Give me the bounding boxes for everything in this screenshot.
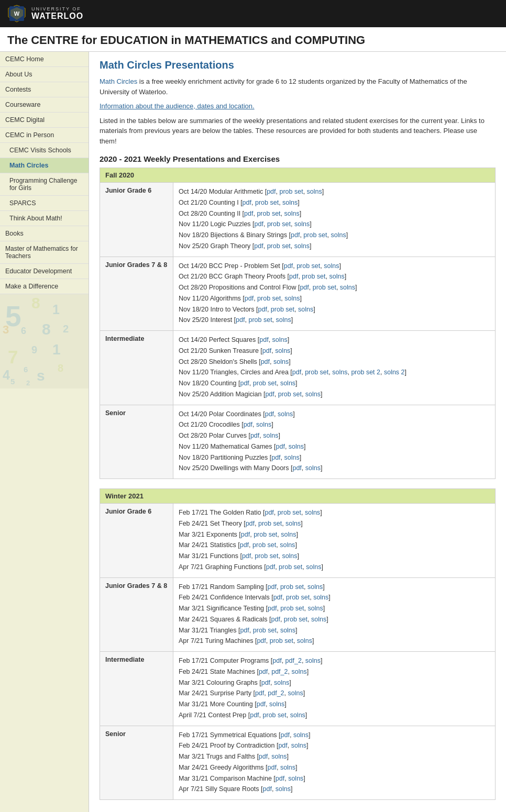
solns-link[interactable]: solns xyxy=(273,358,289,365)
pdf-link[interactable]: pdf xyxy=(265,391,274,398)
solns-link[interactable]: solns xyxy=(271,753,287,760)
probset-link[interactable]: prob set xyxy=(284,616,307,623)
sidebar-item-contests[interactable]: Contests xyxy=(0,82,89,97)
pdf-link[interactable]: pdf xyxy=(259,753,268,760)
solns-link[interactable]: solns xyxy=(324,262,339,270)
solns-link[interactable]: solns xyxy=(307,583,323,591)
solns-link[interactable]: solns xyxy=(256,421,271,428)
pdf-link[interactable]: pdf xyxy=(257,637,266,644)
pdf-link[interactable]: pdf xyxy=(240,627,249,634)
solns-link[interactable]: solns xyxy=(282,199,298,206)
probset-link[interactable]: prob set xyxy=(257,210,280,217)
solns-link[interactable]: solns xyxy=(284,454,300,461)
solns-link[interactable]: solns xyxy=(289,443,304,450)
pdf-link[interactable]: pdf xyxy=(261,679,270,686)
pdf-link[interactable]: pdf xyxy=(258,306,267,313)
probset-link[interactable]: prob set xyxy=(313,284,336,291)
sidebar-item-cemc-in-person[interactable]: CEMC in Person xyxy=(0,128,89,143)
sidebar-item-sparcs[interactable]: SPARCS xyxy=(0,196,89,211)
pdf-link[interactable]: pdf xyxy=(289,273,298,280)
pdf-link[interactable]: pdf xyxy=(268,764,277,771)
pdf-link[interactable]: pdf xyxy=(278,742,287,749)
probset-link[interactable]: prob set xyxy=(255,199,279,206)
solns-link[interactable]: solns xyxy=(272,336,288,343)
solns-link[interactable]: solns xyxy=(276,785,291,793)
sidebar-item-books[interactable]: Books xyxy=(0,226,89,241)
pdf-link[interactable]: pdf xyxy=(245,295,254,302)
solns-link[interactable]: solns xyxy=(284,210,300,217)
sidebar-item-math-circles[interactable]: Math Circles xyxy=(0,158,89,173)
probset-link[interactable]: prob set xyxy=(253,380,277,387)
solns-link[interactable]: solns xyxy=(331,231,346,239)
probset-link[interactable]: prob set xyxy=(303,231,327,239)
sidebar-item-cemc-digital[interactable]: CEMC Digital xyxy=(0,113,89,128)
solns-link[interactable]: solns xyxy=(329,273,344,280)
probset-link[interactable]: prob set xyxy=(279,563,302,571)
solns-link[interactable]: solns xyxy=(285,520,301,527)
pdf-link[interactable]: pdf xyxy=(241,531,250,538)
pdf-link[interactable]: pdf xyxy=(257,700,266,708)
probset-link[interactable]: prob set xyxy=(252,541,276,549)
solns-link[interactable]: solns xyxy=(294,220,310,228)
pdf-link[interactable]: pdf xyxy=(276,443,285,450)
sidebar-item-cemc-home[interactable]: CEMC Home xyxy=(0,52,89,67)
pdf-link[interactable]: pdf xyxy=(244,421,252,428)
pdf-link[interactable]: pdf xyxy=(292,369,301,376)
probset-link[interactable]: prob set xyxy=(270,637,293,644)
probset2-link[interactable]: prob set 2 xyxy=(351,369,380,376)
probset-link[interactable]: prob set xyxy=(267,242,291,250)
solns-link[interactable]: solns xyxy=(291,742,306,749)
probset-link[interactable]: prob set xyxy=(280,605,304,612)
solns-link[interactable]: solns xyxy=(307,605,323,612)
solns-link[interactable]: solns xyxy=(281,531,296,538)
solns-link[interactable]: solns xyxy=(280,627,295,634)
solns-link[interactable]: solns xyxy=(282,552,297,560)
solns2-link[interactable]: solns 2 xyxy=(384,369,405,376)
pdf-link[interactable]: pdf xyxy=(271,616,280,623)
solns-link[interactable]: solns xyxy=(313,594,328,601)
solns-link[interactable]: solns xyxy=(280,764,295,771)
probset-link[interactable]: prob set xyxy=(253,627,277,634)
pdf-link[interactable]: pdf xyxy=(266,563,275,571)
sidebar-item-educator-dev[interactable]: Educator Development xyxy=(0,264,89,279)
pdf-link[interactable]: pdf xyxy=(268,605,277,612)
pdf-link[interactable]: pdf xyxy=(265,410,274,418)
solns-link[interactable]: solns xyxy=(298,306,313,313)
pdf-link[interactable]: pdf xyxy=(254,242,263,250)
pdf-link[interactable]: pdf xyxy=(250,432,259,439)
probset-link[interactable]: prob set xyxy=(255,552,278,560)
solns-link[interactable]: solns xyxy=(269,700,284,708)
sidebar-item-think-about-math[interactable]: Think About Math! xyxy=(0,211,89,226)
probset-link[interactable]: prob set xyxy=(286,594,310,601)
probset-link[interactable]: prob set xyxy=(278,509,301,516)
probset-link[interactable]: prob set xyxy=(296,262,320,270)
sidebar-item-cemc-visits-schools[interactable]: CEMC Visits Schools xyxy=(0,143,89,158)
solns-link[interactable]: solns xyxy=(305,391,321,398)
solns-link[interactable]: solns xyxy=(276,316,291,324)
solns-link[interactable]: solns xyxy=(280,541,295,549)
probset-link[interactable]: prob set xyxy=(302,273,325,280)
pdf-link[interactable]: pdf xyxy=(261,358,270,365)
pdf-link[interactable]: pdf xyxy=(267,188,276,195)
sidebar-item-master-math[interactable]: Master of Mathematics for Teachers xyxy=(0,241,89,264)
solns-link[interactable]: solns xyxy=(293,731,309,739)
solns-link[interactable]: solns xyxy=(305,509,320,516)
pdf-link[interactable]: pdf xyxy=(236,316,245,324)
solns-link[interactable]: solns xyxy=(305,464,321,472)
solns-link[interactable]: solns xyxy=(340,284,355,291)
solns-link[interactable]: solns xyxy=(305,657,321,664)
pdf-link[interactable]: pdf xyxy=(259,668,268,675)
solns-link[interactable]: solns xyxy=(274,679,289,686)
pdf-link[interactable]: pdf xyxy=(246,520,255,527)
solns-link[interactable]: solns xyxy=(284,295,300,302)
pdf-link[interactable]: pdf xyxy=(240,380,249,387)
solns-link[interactable]: solns xyxy=(306,563,321,571)
solns-link[interactable]: solns xyxy=(290,711,305,719)
probset-link[interactable]: prob set xyxy=(257,295,281,302)
pdf-link[interactable]: pdf xyxy=(262,347,271,354)
pdf-link[interactable]: pdf xyxy=(273,594,282,601)
pdf-link[interactable]: pdf xyxy=(271,454,280,461)
probset-link[interactable]: prob set xyxy=(248,316,272,324)
pdf-link[interactable]: pdf xyxy=(281,731,290,739)
probset-link[interactable]: prob set xyxy=(279,188,303,195)
